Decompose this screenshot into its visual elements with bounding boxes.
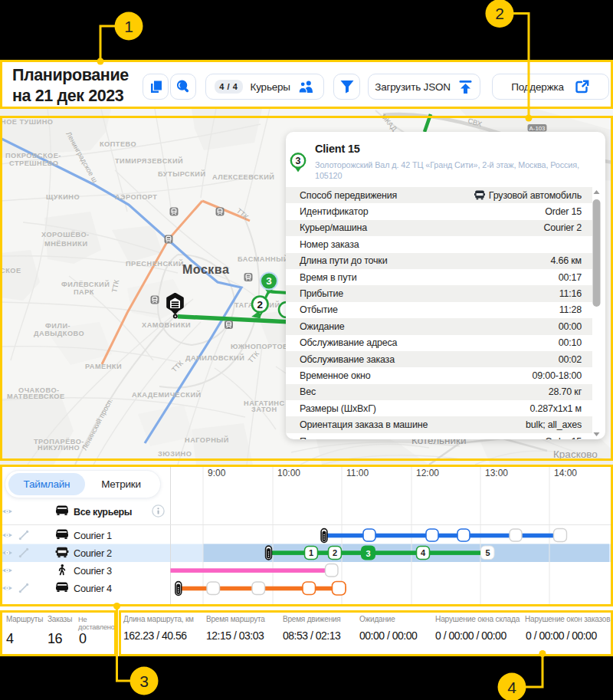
- svg-text:3: 3: [139, 672, 149, 690]
- svg-text:4: 4: [507, 679, 516, 696]
- svg-text:2: 2: [495, 5, 504, 22]
- svg-text:1: 1: [124, 18, 133, 35]
